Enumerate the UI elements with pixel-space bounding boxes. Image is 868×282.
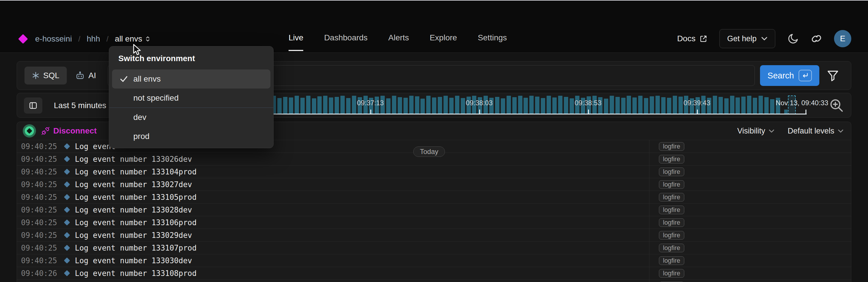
log-row[interactable]: 09:40:25Log event number 133104prodlogfi… <box>17 166 851 178</box>
asterisk-icon <box>32 72 39 79</box>
sql-toggle-button[interactable]: SQL <box>25 66 67 84</box>
histogram-bar <box>644 98 648 114</box>
log-row[interactable]: 09:40:26Log event number 133031devlogfir… <box>17 280 851 282</box>
log-timestamp: 09:40:25 <box>21 193 64 202</box>
histogram-bar <box>558 96 562 114</box>
default-levels-dropdown[interactable]: Default levels <box>788 126 843 136</box>
histogram-end-tick <box>806 110 806 114</box>
log-message: Log event number 133027dev <box>75 180 192 189</box>
histogram-bar <box>627 96 631 114</box>
env-option-all-envs[interactable]: all envs <box>112 69 271 88</box>
log-row[interactable]: 09:40:25Log event number 133029devlogfir… <box>17 229 851 242</box>
log-row[interactable]: 09:40:25Log event number 133106prodlogfi… <box>17 216 851 229</box>
histogram-bar <box>679 96 683 114</box>
histogram-bar <box>724 98 728 114</box>
scope-badge[interactable]: logfire <box>659 244 684 252</box>
log-row[interactable]: 09:40:25Log event number 133030devlogfir… <box>17 254 851 267</box>
environment-selector[interactable]: all envs <box>115 34 150 44</box>
histogram-bar <box>764 97 769 114</box>
histogram-bar <box>518 96 522 114</box>
histogram-bar <box>650 96 654 114</box>
chevron-down-icon <box>769 129 774 133</box>
log-rows: 09:40:25Log eventlogfireToday09:40:25Log… <box>17 140 851 282</box>
env-menu-items: all envsnot specifieddevprod <box>109 69 273 146</box>
zoom-in-button[interactable] <box>829 98 844 114</box>
disconnect-button[interactable]: Disconnect <box>41 126 97 136</box>
scope-badge[interactable]: logfire <box>659 142 684 151</box>
histogram-bar <box>667 98 671 114</box>
env-option-not-specified[interactable]: not specified <box>112 88 271 108</box>
histogram-bar <box>747 96 751 114</box>
log-timestamp: 09:40:25 <box>21 155 64 164</box>
log-message: Log event number 133108prod <box>75 269 197 278</box>
histogram-bar <box>386 98 391 114</box>
scope-badge[interactable]: logfire <box>659 180 684 189</box>
log-row[interactable]: 09:40:25Log event number 133105prodlogfi… <box>17 191 851 203</box>
visibility-dropdown[interactable]: Visibility <box>737 126 774 136</box>
default-levels-label: Default levels <box>788 126 834 136</box>
breadcrumb-org[interactable]: e-hosseini <box>35 34 72 44</box>
tab-explore[interactable]: Explore <box>430 30 457 51</box>
live-status: Disconnect <box>23 124 97 138</box>
filter-button[interactable] <box>827 70 839 81</box>
histogram-bar <box>443 96 448 114</box>
log-row[interactable]: 09:40:25Log event number 133027devlogfir… <box>17 178 851 191</box>
toggle-sidebar-button[interactable] <box>24 97 42 114</box>
histogram-bar <box>277 98 282 114</box>
ai-button[interactable]: AI <box>75 71 96 80</box>
histogram-bar <box>770 99 774 114</box>
scope-badge[interactable]: logfire <box>659 168 684 176</box>
scope-badge[interactable]: logfire <box>659 205 684 214</box>
get-help-button[interactable]: Get help <box>719 29 775 48</box>
tab-dashboards[interactable]: Dashboards <box>324 30 368 51</box>
histogram-bar <box>713 96 717 114</box>
histogram-bar <box>398 97 402 114</box>
histogram-bar <box>506 96 511 114</box>
disconnect-label: Disconnect <box>53 126 97 136</box>
breadcrumb-project[interactable]: hhh <box>87 34 100 44</box>
time-range-label: Last 5 minutes <box>54 101 106 110</box>
avatar-letter: E <box>840 34 845 43</box>
chevron-down-icon <box>761 37 768 41</box>
time-range-selector[interactable]: Last 5 minutes <box>54 93 116 118</box>
histogram-bar <box>718 97 723 114</box>
scope-badge[interactable]: logfire <box>659 218 684 227</box>
scope-badge[interactable]: logfire <box>659 256 684 265</box>
env-option-prod[interactable]: prod <box>112 127 271 146</box>
breadcrumb: e-hosseini / hhh / all envs <box>17 30 150 48</box>
histogram-bar <box>610 96 614 114</box>
dark-mode-moon-icon[interactable] <box>787 33 799 45</box>
tab-alerts[interactable]: Alerts <box>388 30 409 51</box>
environment-selector-label: all envs <box>115 34 142 44</box>
log-timestamp: 09:40:25 <box>21 244 64 252</box>
log-timestamp: 09:40:25 <box>21 142 64 151</box>
logfire-logo-icon[interactable] <box>18 34 28 44</box>
tab-live[interactable]: Live <box>288 30 303 51</box>
docs-link[interactable]: Docs <box>677 34 707 43</box>
logfire-app: e-hosseini / hhh / all envs LiveDashboar… <box>0 0 868 282</box>
env-option-dev[interactable]: dev <box>112 108 271 127</box>
scope-badge[interactable]: logfire <box>659 193 684 202</box>
histogram-bar <box>300 98 305 114</box>
share-link-icon[interactable] <box>811 33 822 44</box>
log-row[interactable]: 09:40:25Log event number 133107prodlogfi… <box>17 242 851 254</box>
log-timestamp: 09:40:25 <box>21 168 64 176</box>
scope-badge[interactable]: logfire <box>659 269 684 278</box>
log-row[interactable]: 09:40:26Log event number 133108prodlogfi… <box>17 267 851 280</box>
scope-badge[interactable]: logfire <box>659 155 684 164</box>
histogram-bar <box>615 97 620 114</box>
histogram-bar <box>730 96 734 114</box>
log-diamond-icon <box>64 143 70 149</box>
log-diamond-icon <box>64 181 70 188</box>
user-avatar[interactable]: E <box>834 30 851 47</box>
search-button[interactable]: Search <box>760 65 819 86</box>
chevron-down-icon <box>838 129 843 133</box>
scope-badge[interactable]: logfire <box>659 231 684 239</box>
log-diamond-icon <box>64 270 70 276</box>
log-row[interactable]: 09:40:25Log event number 133028devlogfir… <box>17 203 851 216</box>
tab-settings[interactable]: Settings <box>478 30 507 51</box>
log-message: Log event number 133028dev <box>75 205 192 214</box>
histogram-bar <box>673 96 677 114</box>
log-message: Log event number 133106prod <box>75 218 197 227</box>
histogram-bar <box>753 98 757 114</box>
